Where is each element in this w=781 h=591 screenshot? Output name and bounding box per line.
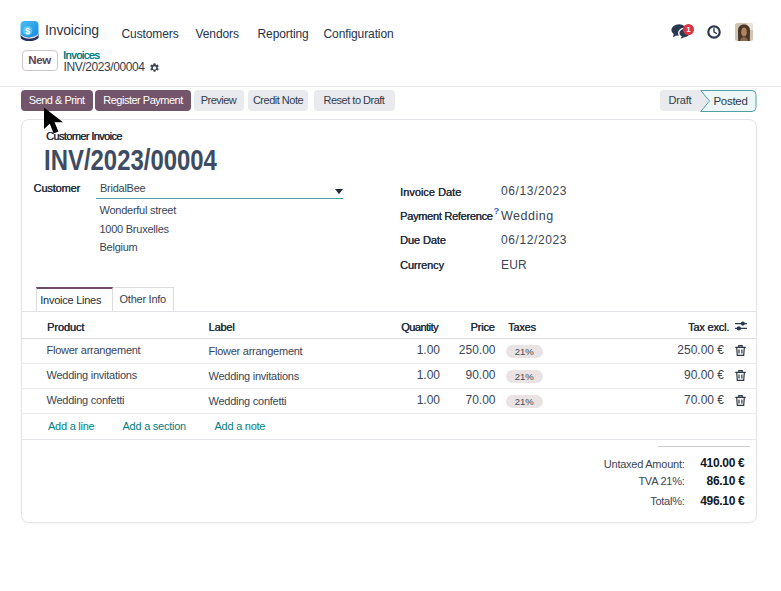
svg-text:$: $ — [25, 25, 30, 35]
svg-text:Posted: Posted — [713, 95, 747, 107]
